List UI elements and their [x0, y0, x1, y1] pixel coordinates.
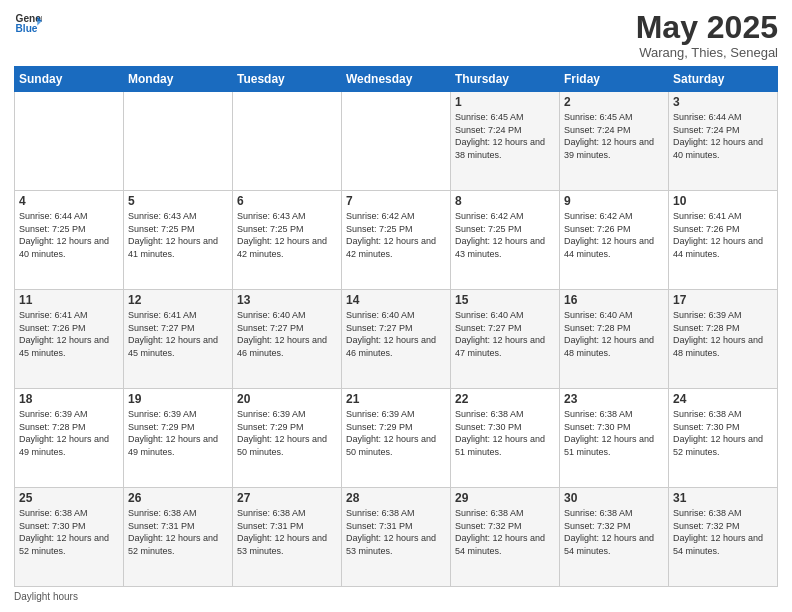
day-number: 6 — [237, 194, 337, 208]
page: General Blue May 2025 Warang, Thies, Sen… — [0, 0, 792, 612]
day-number: 5 — [128, 194, 228, 208]
day-info: Sunrise: 6:41 AM Sunset: 7:27 PM Dayligh… — [128, 309, 228, 359]
week-row-2: 4Sunrise: 6:44 AM Sunset: 7:25 PM Daylig… — [15, 191, 778, 290]
day-info: Sunrise: 6:42 AM Sunset: 7:25 PM Dayligh… — [346, 210, 446, 260]
day-cell: 3Sunrise: 6:44 AM Sunset: 7:24 PM Daylig… — [669, 92, 778, 191]
location: Warang, Thies, Senegal — [636, 45, 778, 60]
col-friday: Friday — [560, 67, 669, 92]
day-number: 12 — [128, 293, 228, 307]
day-number: 17 — [673, 293, 773, 307]
day-cell: 1Sunrise: 6:45 AM Sunset: 7:24 PM Daylig… — [451, 92, 560, 191]
day-info: Sunrise: 6:39 AM Sunset: 7:28 PM Dayligh… — [19, 408, 119, 458]
day-info: Sunrise: 6:38 AM Sunset: 7:31 PM Dayligh… — [346, 507, 446, 557]
day-cell: 30Sunrise: 6:38 AM Sunset: 7:32 PM Dayli… — [560, 488, 669, 587]
day-number: 21 — [346, 392, 446, 406]
day-info: Sunrise: 6:39 AM Sunset: 7:28 PM Dayligh… — [673, 309, 773, 359]
day-info: Sunrise: 6:38 AM Sunset: 7:30 PM Dayligh… — [564, 408, 664, 458]
day-cell: 27Sunrise: 6:38 AM Sunset: 7:31 PM Dayli… — [233, 488, 342, 587]
day-info: Sunrise: 6:43 AM Sunset: 7:25 PM Dayligh… — [237, 210, 337, 260]
day-cell: 24Sunrise: 6:38 AM Sunset: 7:30 PM Dayli… — [669, 389, 778, 488]
week-row-1: 1Sunrise: 6:45 AM Sunset: 7:24 PM Daylig… — [15, 92, 778, 191]
day-info: Sunrise: 6:38 AM Sunset: 7:30 PM Dayligh… — [455, 408, 555, 458]
header: General Blue May 2025 Warang, Thies, Sen… — [14, 10, 778, 60]
day-number: 7 — [346, 194, 446, 208]
day-cell: 31Sunrise: 6:38 AM Sunset: 7:32 PM Dayli… — [669, 488, 778, 587]
footer-note: Daylight hours — [14, 591, 778, 602]
day-number: 28 — [346, 491, 446, 505]
day-cell — [233, 92, 342, 191]
day-cell: 12Sunrise: 6:41 AM Sunset: 7:27 PM Dayli… — [124, 290, 233, 389]
day-cell: 13Sunrise: 6:40 AM Sunset: 7:27 PM Dayli… — [233, 290, 342, 389]
header-row: Sunday Monday Tuesday Wednesday Thursday… — [15, 67, 778, 92]
day-cell: 8Sunrise: 6:42 AM Sunset: 7:25 PM Daylig… — [451, 191, 560, 290]
day-info: Sunrise: 6:42 AM Sunset: 7:25 PM Dayligh… — [455, 210, 555, 260]
day-cell: 16Sunrise: 6:40 AM Sunset: 7:28 PM Dayli… — [560, 290, 669, 389]
col-tuesday: Tuesday — [233, 67, 342, 92]
day-info: Sunrise: 6:38 AM Sunset: 7:30 PM Dayligh… — [673, 408, 773, 458]
day-info: Sunrise: 6:44 AM Sunset: 7:25 PM Dayligh… — [19, 210, 119, 260]
day-cell: 10Sunrise: 6:41 AM Sunset: 7:26 PM Dayli… — [669, 191, 778, 290]
day-info: Sunrise: 6:40 AM Sunset: 7:28 PM Dayligh… — [564, 309, 664, 359]
day-info: Sunrise: 6:45 AM Sunset: 7:24 PM Dayligh… — [564, 111, 664, 161]
day-cell: 2Sunrise: 6:45 AM Sunset: 7:24 PM Daylig… — [560, 92, 669, 191]
day-number: 24 — [673, 392, 773, 406]
day-number: 29 — [455, 491, 555, 505]
logo-icon: General Blue — [14, 10, 42, 38]
day-info: Sunrise: 6:42 AM Sunset: 7:26 PM Dayligh… — [564, 210, 664, 260]
day-cell: 19Sunrise: 6:39 AM Sunset: 7:29 PM Dayli… — [124, 389, 233, 488]
day-cell: 28Sunrise: 6:38 AM Sunset: 7:31 PM Dayli… — [342, 488, 451, 587]
day-cell: 20Sunrise: 6:39 AM Sunset: 7:29 PM Dayli… — [233, 389, 342, 488]
day-number: 27 — [237, 491, 337, 505]
day-info: Sunrise: 6:40 AM Sunset: 7:27 PM Dayligh… — [237, 309, 337, 359]
day-cell: 18Sunrise: 6:39 AM Sunset: 7:28 PM Dayli… — [15, 389, 124, 488]
col-sunday: Sunday — [15, 67, 124, 92]
day-cell: 6Sunrise: 6:43 AM Sunset: 7:25 PM Daylig… — [233, 191, 342, 290]
svg-text:Blue: Blue — [16, 23, 38, 34]
day-number: 15 — [455, 293, 555, 307]
day-info: Sunrise: 6:38 AM Sunset: 7:32 PM Dayligh… — [455, 507, 555, 557]
day-number: 10 — [673, 194, 773, 208]
day-cell — [342, 92, 451, 191]
day-cell: 26Sunrise: 6:38 AM Sunset: 7:31 PM Dayli… — [124, 488, 233, 587]
day-cell: 9Sunrise: 6:42 AM Sunset: 7:26 PM Daylig… — [560, 191, 669, 290]
day-info: Sunrise: 6:40 AM Sunset: 7:27 PM Dayligh… — [346, 309, 446, 359]
day-number: 14 — [346, 293, 446, 307]
logo: General Blue — [14, 10, 42, 38]
day-cell: 15Sunrise: 6:40 AM Sunset: 7:27 PM Dayli… — [451, 290, 560, 389]
day-info: Sunrise: 6:41 AM Sunset: 7:26 PM Dayligh… — [19, 309, 119, 359]
day-number: 8 — [455, 194, 555, 208]
day-number: 16 — [564, 293, 664, 307]
day-info: Sunrise: 6:38 AM Sunset: 7:32 PM Dayligh… — [564, 507, 664, 557]
day-cell: 23Sunrise: 6:38 AM Sunset: 7:30 PM Dayli… — [560, 389, 669, 488]
day-number: 3 — [673, 95, 773, 109]
month-title: May 2025 — [636, 10, 778, 45]
day-number: 22 — [455, 392, 555, 406]
day-info: Sunrise: 6:41 AM Sunset: 7:26 PM Dayligh… — [673, 210, 773, 260]
day-number: 18 — [19, 392, 119, 406]
day-info: Sunrise: 6:45 AM Sunset: 7:24 PM Dayligh… — [455, 111, 555, 161]
day-number: 25 — [19, 491, 119, 505]
week-row-3: 11Sunrise: 6:41 AM Sunset: 7:26 PM Dayli… — [15, 290, 778, 389]
day-cell: 7Sunrise: 6:42 AM Sunset: 7:25 PM Daylig… — [342, 191, 451, 290]
day-cell — [15, 92, 124, 191]
day-cell: 25Sunrise: 6:38 AM Sunset: 7:30 PM Dayli… — [15, 488, 124, 587]
day-cell: 17Sunrise: 6:39 AM Sunset: 7:28 PM Dayli… — [669, 290, 778, 389]
title-area: May 2025 Warang, Thies, Senegal — [636, 10, 778, 60]
day-number: 1 — [455, 95, 555, 109]
day-info: Sunrise: 6:38 AM Sunset: 7:31 PM Dayligh… — [237, 507, 337, 557]
day-info: Sunrise: 6:38 AM Sunset: 7:32 PM Dayligh… — [673, 507, 773, 557]
day-info: Sunrise: 6:39 AM Sunset: 7:29 PM Dayligh… — [237, 408, 337, 458]
day-number: 30 — [564, 491, 664, 505]
day-info: Sunrise: 6:39 AM Sunset: 7:29 PM Dayligh… — [346, 408, 446, 458]
day-info: Sunrise: 6:38 AM Sunset: 7:30 PM Dayligh… — [19, 507, 119, 557]
day-cell: 21Sunrise: 6:39 AM Sunset: 7:29 PM Dayli… — [342, 389, 451, 488]
day-cell: 4Sunrise: 6:44 AM Sunset: 7:25 PM Daylig… — [15, 191, 124, 290]
day-info: Sunrise: 6:39 AM Sunset: 7:29 PM Dayligh… — [128, 408, 228, 458]
day-cell: 22Sunrise: 6:38 AM Sunset: 7:30 PM Dayli… — [451, 389, 560, 488]
day-info: Sunrise: 6:43 AM Sunset: 7:25 PM Dayligh… — [128, 210, 228, 260]
day-number: 19 — [128, 392, 228, 406]
day-cell: 14Sunrise: 6:40 AM Sunset: 7:27 PM Dayli… — [342, 290, 451, 389]
col-wednesday: Wednesday — [342, 67, 451, 92]
footer-note-text: Daylight hours — [14, 591, 78, 602]
day-info: Sunrise: 6:38 AM Sunset: 7:31 PM Dayligh… — [128, 507, 228, 557]
